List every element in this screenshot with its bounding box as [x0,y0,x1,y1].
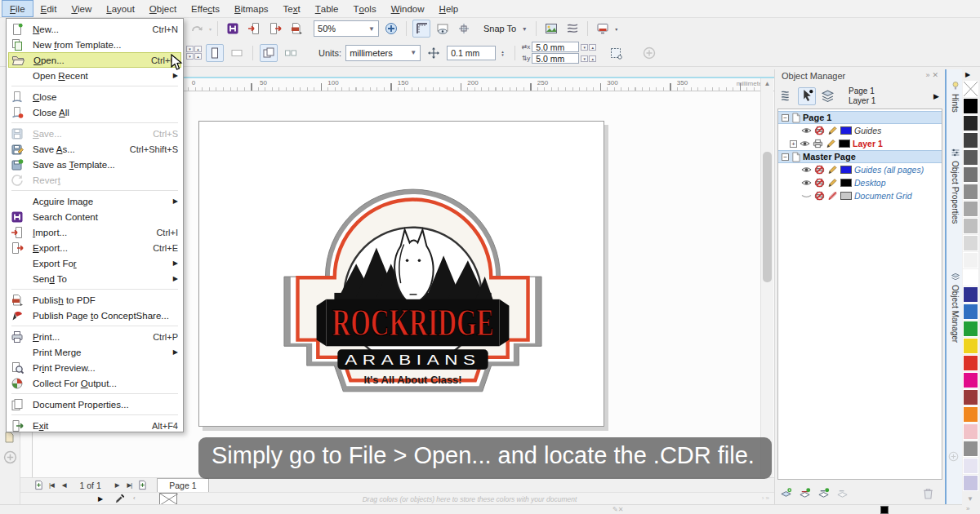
add-page-end-icon[interactable] [136,480,149,491]
editable-icon[interactable] [827,191,838,201]
document-page[interactable]: ROCKRIDGE ARABIANS It's All About Class! [198,121,604,427]
file-menu-item[interactable]: Export...Ctrl+E [7,240,183,255]
file-menu-item[interactable]: ExitAlt+F4 [7,418,183,433]
layer-label[interactable]: Document Grid [854,191,912,201]
file-menu-item[interactable]: Open Recent▶ [7,68,183,83]
file-menu-item[interactable]: Print Preview... [7,360,183,375]
quick-customize-icon[interactable] [948,451,959,462]
palette-color-swatch[interactable] [963,475,978,491]
layer-label[interactable]: Guides [854,126,881,135]
file-menu-item[interactable]: Close All [7,104,183,120]
file-menu-item[interactable]: New from Template... [7,37,183,52]
new-master-layer-odd-icon[interactable] [836,487,849,499]
printable-icon[interactable] [814,178,825,188]
redo-button[interactable] [188,20,206,38]
palette-color-swatch[interactable] [963,184,978,200]
palette-color-swatch[interactable] [963,321,978,337]
file-menu-item[interactable]: Document Properties... [7,397,183,412]
visibility-eye-icon[interactable] [801,165,812,175]
layer-label[interactable]: Layer 1 [853,139,883,148]
palette-scroll-left-icon[interactable]: ‹ [133,494,136,502]
eyedropper-icon[interactable] [115,494,125,503]
palette-color-swatch[interactable] [963,441,978,457]
palette-color-swatch[interactable] [963,269,978,286]
palette-flyout-icon[interactable]: ▶ [98,495,103,503]
menu-table[interactable]: Table [308,0,346,17]
editable-icon[interactable] [827,178,838,188]
zoom-level-combo[interactable]: 50%▼ [314,20,379,37]
expand-icon[interactable]: + [790,140,797,148]
page-size-spinners[interactable]: ▾▴▾▴ [186,46,202,60]
file-menu-item[interactable]: Search Content [7,209,183,224]
palette-color-swatch[interactable] [963,115,978,131]
file-menu-item[interactable]: Save As...Ctrl+Shift+S [7,141,183,157]
welcome-screen-icon[interactable] [594,20,612,38]
palette-color-swatch[interactable] [963,304,978,320]
layers-tree-row[interactable]: Guides [778,124,942,137]
new-master-layer-all-icon[interactable] [799,487,811,499]
export-icon[interactable] [266,20,284,38]
next-page-button[interactable]: ▶ [111,481,123,489]
palette-color-swatch[interactable] [963,132,978,148]
add-page-start-icon[interactable] [32,480,45,491]
palette-color-swatch[interactable] [963,235,978,251]
file-menu-item[interactable]: Print...Ctrl+P [7,329,183,344]
layers-tree-row[interactable]: + Layer 1 [778,137,942,150]
palette-color-swatch[interactable] [963,252,978,268]
show-object-properties-icon[interactable] [777,87,795,105]
editable-icon[interactable] [827,126,838,135]
visibility-eye-icon[interactable] [800,139,810,148]
scroll-up-icon[interactable]: ▲ [761,78,773,90]
palette-scroll-right-icon[interactable]: › » [762,494,769,502]
menu-object[interactable]: Object [142,0,184,17]
layer-label[interactable]: Desktop [854,178,886,188]
palette-scroll-down-icon[interactable]: ▼ [967,495,973,503]
layer-color-swatch[interactable] [840,166,852,174]
last-page-button[interactable]: ▶| [123,481,136,489]
editable-icon[interactable] [826,139,836,148]
menu-help[interactable]: Help [432,0,466,17]
menu-file[interactable]: File [2,0,33,17]
palette-color-swatch[interactable] [963,423,978,440]
duplicate-x-input[interactable]: 5.0 mm [532,42,579,52]
rockridge-logo[interactable]: ROCKRIDGE ARABIANS It's All About Class! [279,172,546,397]
show-guidelines-icon[interactable] [455,20,473,38]
docker-close-icon[interactable]: ✕ [932,71,941,79]
file-menu-item[interactable]: Export For▶ [7,255,183,271]
menu-effects[interactable]: Effects [184,0,227,17]
docker-tab-object-manager[interactable]: Object Manager [948,272,962,343]
palette-color-swatch[interactable] [963,98,978,114]
visibility-eye-icon[interactable] [801,178,812,188]
options-icon[interactable] [542,20,560,38]
layers-tree-row[interactable]: Desktop [778,176,942,189]
all-pages-button[interactable] [260,44,278,62]
nudge-spinner[interactable]: ▴▾ [500,50,504,56]
file-menu-item[interactable]: Save...Ctrl+S [7,126,183,141]
layer-manager-view-icon[interactable] [818,87,836,105]
layers-tree-row[interactable]: − Page 1 [778,111,942,124]
visibility-eye-icon[interactable] [801,191,812,201]
search-content-icon[interactable] [224,20,242,38]
file-menu-item[interactable]: Save as Template... [7,157,183,172]
publish-pdf-icon[interactable] [287,20,305,38]
units-dropdown[interactable]: millimeters▼ [345,45,421,61]
collapse-icon[interactable]: − [782,114,789,122]
palette-top-flyout-icon[interactable]: ▶ [965,71,970,78]
layers-tree-row[interactable]: Guides (all pages) [778,163,942,176]
chevron-down-icon[interactable]: ▾ [615,26,617,32]
delete-layer-icon[interactable] [922,487,934,499]
layers-tree-row[interactable]: − Master Page [778,150,942,163]
no-color-well[interactable] [159,493,177,505]
import-icon[interactable] [245,20,263,38]
file-menu-item[interactable]: Send To▶ [7,271,183,286]
file-menu-item[interactable]: Revert [7,172,183,188]
palette-color-swatch[interactable] [963,149,978,166]
docker-flyout-icon[interactable]: ▶ [933,92,939,100]
palette-color-swatch[interactable] [963,166,978,183]
application-launcher-icon[interactable] [564,20,581,38]
menu-layout[interactable]: Layout [99,0,142,17]
redo-dropdown-icon[interactable]: ▾ [209,26,212,32]
layers-tree-row[interactable]: Document Grid [778,189,942,202]
prev-page-button[interactable]: ◀ [58,481,70,489]
palette-color-swatch[interactable] [963,201,978,217]
